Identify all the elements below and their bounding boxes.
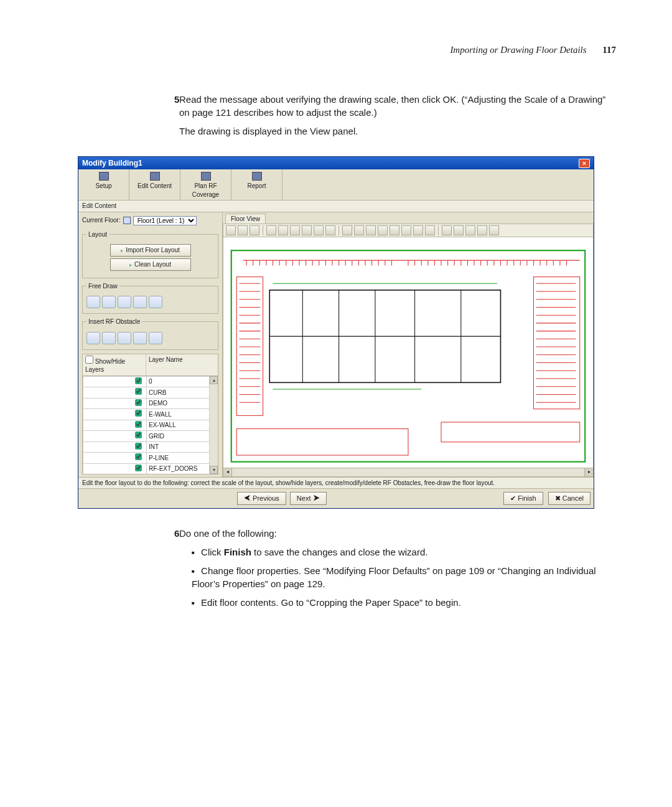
scroll-up-icon[interactable]: ▴ (210, 376, 218, 384)
align-left-icon[interactable] (390, 225, 399, 235)
cancel-button[interactable]: ✖ Cancel (548, 492, 590, 505)
layer-visibility-checkbox[interactable] (135, 399, 141, 405)
obstacle-tool-1[interactable] (86, 332, 100, 344)
print-icon[interactable] (325, 225, 335, 235)
layer-visibility-checkbox[interactable] (135, 410, 141, 416)
toolbar-sep (338, 225, 339, 235)
finish-button[interactable]: ✔ Finish (503, 492, 543, 505)
layer-row: GRID (83, 431, 218, 442)
floor-view-tab-row: Floor View (223, 212, 594, 224)
tool-c-icon[interactable] (465, 225, 475, 235)
insert-rf-obstacle-group: Insert RF Obstacle (82, 318, 218, 350)
edit-icon[interactable] (238, 225, 248, 235)
scroll-right-icon[interactable]: ▸ (584, 468, 593, 476)
free-draw-group: Free Draw (82, 282, 218, 314)
step-6-bullet-2: Change floor properties. See “Modifying … (192, 565, 616, 590)
close-icon[interactable]: × (579, 159, 590, 168)
layer-row: P-LINE (83, 453, 218, 464)
obstacle-tool-3[interactable] (118, 332, 131, 344)
toolbar-sep (438, 225, 439, 235)
layers-scrollbar[interactable]: ▴ ▾ (209, 376, 218, 474)
obstacle-tool-5[interactable] (149, 332, 162, 344)
next-button[interactable]: Next ⮞ (290, 492, 327, 505)
list-icon[interactable] (314, 225, 324, 235)
cut-icon[interactable] (226, 225, 236, 235)
layer-visibility-checkbox[interactable] (135, 453, 141, 460)
layer-row: INT (83, 441, 218, 453)
draw-tool-5[interactable] (149, 296, 162, 308)
sidebar: Current Floor: Floor1 (Level : 1) Layout… (78, 212, 223, 477)
floor-view-tab[interactable]: Floor View (225, 214, 266, 224)
current-floor-row: Current Floor: Floor1 (Level : 1) (82, 215, 218, 229)
main-toolbar: Setup Edit Content Plan RF Coverage Repo… (78, 169, 594, 201)
svg-rect-5 (441, 422, 580, 442)
layout-legend: Layout (86, 230, 109, 239)
tab-plan-rf[interactable]: Plan RF Coverage (180, 169, 231, 200)
layer-name-header: Layer Name (146, 354, 185, 375)
step-5-text-1: Read the message about verifying the dra… (179, 93, 616, 119)
step-number: 5 (56, 93, 174, 144)
current-floor-select[interactable]: Floor1 (Level : 1) (133, 216, 197, 225)
import-floor-layout-button[interactable]: Import Floor Layout (110, 244, 191, 257)
layers-toggle-all[interactable] (85, 356, 93, 364)
layers-panel: Show/Hide Layers Layer Name 0CURBDEMOE-W… (82, 354, 218, 474)
layer-visibility-checkbox[interactable] (135, 388, 141, 394)
toolbar-sep (263, 225, 263, 235)
step-6-bullet-3: Edit floor contents. Go to “Cropping the… (192, 597, 616, 609)
layer-row: RF-EXT_DOORS (83, 463, 218, 474)
clean-layout-button[interactable]: Clean Layout (110, 258, 191, 271)
layer-visibility-checkbox[interactable] (135, 443, 141, 449)
wizard-bar: ⮜ Previous Next ⮞ ✔ Finish ✖ Cancel (78, 488, 594, 508)
draw-tool-2[interactable] (102, 296, 116, 308)
titlebar: Modify Building1 × (78, 157, 594, 169)
step-6-bullet-1: Click Finish to save the changes and clo… (192, 546, 616, 559)
paste-icon[interactable] (354, 225, 364, 235)
layer-name-cell: INT (147, 441, 218, 453)
floor-view-toolbar (223, 224, 594, 237)
setup-icon (99, 172, 109, 181)
svg-rect-2 (236, 277, 263, 416)
layers-header: Show/Hide Layers Layer Name (83, 354, 218, 376)
tool-a-icon[interactable] (442, 225, 452, 235)
layer-name-cell: GRID (147, 431, 218, 442)
layer-row: EX-WALL (83, 420, 218, 431)
align-center-icon[interactable] (401, 225, 411, 235)
undo-icon[interactable] (366, 225, 376, 235)
draw-tool-1[interactable] (86, 296, 100, 308)
layers-icon[interactable] (425, 225, 435, 235)
floor-plan-canvas[interactable] (223, 237, 594, 468)
tab-setup[interactable]: Setup (78, 169, 129, 200)
layout-group: Layout Import Floor Layout Clean Layout (82, 230, 218, 278)
obstacle-tool-4[interactable] (133, 332, 147, 344)
obstacle-tool-2[interactable] (102, 332, 116, 344)
grid-icon[interactable] (250, 225, 259, 235)
align-right-icon[interactable] (413, 225, 423, 235)
zoom-icon[interactable] (278, 225, 288, 235)
step-5: 5 Read the message about verifying the d… (56, 93, 616, 144)
redo-icon[interactable] (378, 225, 388, 235)
scroll-left-icon[interactable]: ◂ (223, 468, 232, 476)
previous-button[interactable]: ⮜ Previous (237, 492, 286, 505)
layer-visibility-checkbox[interactable] (135, 377, 141, 384)
zoom-in-icon[interactable] (290, 225, 300, 235)
floor-view-panel: Floor View (223, 212, 594, 477)
zoom-out-icon[interactable] (302, 225, 312, 235)
layer-visibility-checkbox[interactable] (135, 421, 141, 427)
edit-content-icon (150, 172, 160, 181)
layer-visibility-checkbox[interactable] (135, 432, 141, 438)
horizontal-scrollbar[interactable]: ◂ ▸ (223, 468, 594, 477)
draw-tool-3[interactable] (118, 296, 131, 308)
tab-report[interactable]: Report (231, 169, 282, 200)
tool-b-icon[interactable] (454, 225, 464, 235)
work-area: Current Floor: Floor1 (Level : 1) Layout… (78, 212, 594, 477)
layer-visibility-checkbox[interactable] (135, 465, 141, 471)
draw-tool-4[interactable] (133, 296, 147, 308)
layer-name-cell: 0 (147, 376, 218, 387)
tool-e-icon[interactable] (489, 225, 499, 235)
copy-icon[interactable] (342, 225, 352, 235)
scroll-down-icon[interactable]: ▾ (210, 466, 218, 474)
fit-icon[interactable] (266, 225, 276, 235)
tool-d-icon[interactable] (477, 225, 487, 235)
tab-edit-content[interactable]: Edit Content (129, 169, 180, 200)
report-icon (252, 172, 262, 181)
